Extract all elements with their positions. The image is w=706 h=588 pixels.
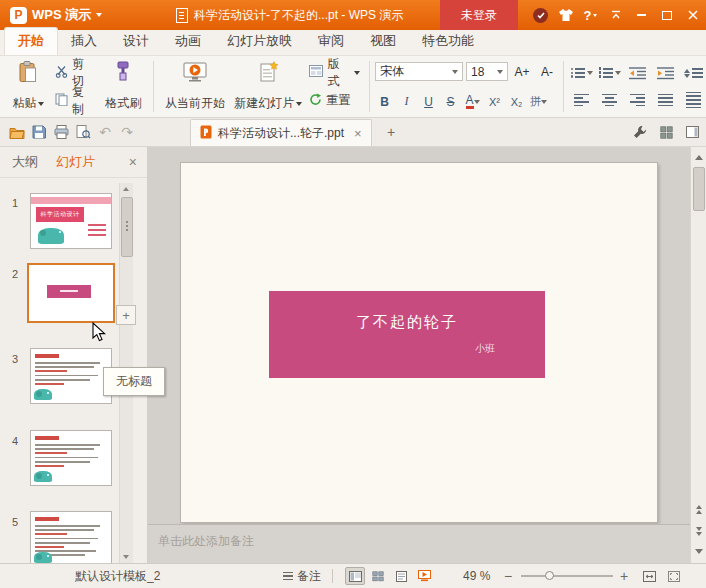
save-icon[interactable] <box>28 121 50 143</box>
tab-review[interactable]: 审阅 <box>305 28 357 55</box>
decrease-indent-button[interactable] <box>625 62 650 84</box>
slideshow-view-button[interactable] <box>414 567 434 585</box>
font-color-button[interactable]: A <box>463 92 482 111</box>
document-icon <box>176 8 188 23</box>
next-slide-button[interactable] <box>691 523 706 539</box>
tab-slides[interactable]: 幻灯片 <box>56 153 95 171</box>
scroll-up-icon[interactable] <box>123 187 129 191</box>
tab-animation[interactable]: 动画 <box>162 28 214 55</box>
toolbox-icon[interactable] <box>629 121 651 143</box>
slide-thumbnail-1[interactable]: 科学活动设计 <box>30 193 112 249</box>
scroll-up-button[interactable] <box>691 149 706 165</box>
align-left-button[interactable] <box>569 89 594 111</box>
font-name-select[interactable]: 宋体 <box>375 62 463 81</box>
zoom-out-button[interactable]: − <box>504 564 512 588</box>
align-right-button[interactable] <box>625 89 650 111</box>
phonetic-guide-button[interactable]: 拼 <box>529 92 548 111</box>
previous-slide-button[interactable] <box>691 501 706 517</box>
play-from-current-button[interactable]: 从当前开始 <box>159 59 231 114</box>
vertical-scrollbar[interactable] <box>690 147 706 563</box>
document-tab[interactable]: 科学活动设计...轮子.ppt × <box>190 119 372 146</box>
scroll-down-icon[interactable] <box>123 555 129 559</box>
increase-font-button[interactable]: A+ <box>511 62 533 81</box>
maximize-button[interactable] <box>654 0 680 30</box>
slide-thumbnail-3[interactable] <box>30 348 112 404</box>
scrollbar-thumb[interactable] <box>121 197 133 257</box>
underline-button[interactable]: U <box>419 92 438 111</box>
justify-icon <box>658 94 673 107</box>
scrollbar-thumb[interactable] <box>693 167 705 211</box>
tab-design[interactable]: 设计 <box>110 28 162 55</box>
slide-sorter-view-button[interactable] <box>368 567 388 585</box>
document-tab-close-icon[interactable]: × <box>354 126 362 141</box>
tab-outline[interactable]: 大纲 <box>12 153 38 171</box>
zoom-in-button[interactable]: + <box>620 564 628 588</box>
zoom-slider-thumb[interactable] <box>545 571 554 580</box>
bold-button[interactable]: B <box>375 92 394 111</box>
zoom-slider-track[interactable] <box>521 575 613 577</box>
collapse-ribbon-icon[interactable] <box>603 0 628 30</box>
login-button[interactable]: 未登录 <box>440 0 518 30</box>
subscript-button[interactable]: X₂ <box>507 92 526 111</box>
distribute-button[interactable] <box>681 89 706 111</box>
notes-area[interactable]: 单击此处添加备注 <box>148 524 690 563</box>
add-slide-button[interactable]: + <box>116 305 136 325</box>
tab-home[interactable]: 开始 <box>4 27 58 55</box>
cut-button[interactable]: 剪切 <box>51 62 99 83</box>
slide-title-placeholder[interactable]: 了不起的轮子 小班 <box>269 291 545 378</box>
copy-button[interactable]: 复制 <box>51 90 99 111</box>
help-icon[interactable]: ? <box>578 0 603 30</box>
tab-slideshow[interactable]: 幻灯片放映 <box>214 28 305 55</box>
print-preview-icon[interactable] <box>72 121 94 143</box>
italic-button[interactable]: I <box>397 92 416 111</box>
ribbon: 粘贴 剪切 复制 格式刷 <box>0 56 706 118</box>
format-painter-button[interactable]: 格式刷 <box>99 59 148 114</box>
print-icon[interactable] <box>50 121 72 143</box>
tab-insert[interactable]: 插入 <box>58 28 110 55</box>
reset-button[interactable]: 重置 <box>305 90 364 111</box>
tab-special-features[interactable]: 特色功能 <box>409 28 487 55</box>
slide-thumbnail-4[interactable] <box>30 430 112 486</box>
close-button[interactable] <box>680 0 706 30</box>
strikethrough-button[interactable]: S <box>441 92 460 111</box>
minimize-button[interactable] <box>628 0 654 30</box>
bullet-list-icon <box>570 68 585 77</box>
zoom-slider[interactable] <box>521 564 613 588</box>
quick-access-bar: ↶ ↷ 科学活动设计...轮子.ppt × + <box>0 118 706 147</box>
slide-thumbnail-2-selected[interactable] <box>27 263 115 323</box>
reading-view-button[interactable] <box>391 567 411 585</box>
line-spacing-button[interactable] <box>681 62 706 84</box>
bullet-list-button[interactable] <box>569 62 594 84</box>
fullscreen-button[interactable] <box>668 564 680 588</box>
superscript-button[interactable]: X² <box>485 92 504 111</box>
scroll-down-button[interactable] <box>691 543 706 559</box>
notes-toggle-button[interactable]: 备注 <box>283 564 321 588</box>
panel-close-icon[interactable]: × <box>129 154 137 170</box>
template-name: 默认设计模板_2 <box>75 564 160 588</box>
wps-hotspot-icon[interactable] <box>528 0 553 30</box>
skin-icon[interactable] <box>553 0 578 30</box>
normal-view-button[interactable] <box>345 567 365 585</box>
align-center-button[interactable] <box>597 89 622 111</box>
open-file-icon[interactable] <box>6 121 28 143</box>
increase-indent-button[interactable] <box>653 62 678 84</box>
redo-icon[interactable]: ↷ <box>116 121 138 143</box>
chevron-down-icon <box>593 14 597 17</box>
justify-button[interactable] <box>653 89 678 111</box>
new-slide-button[interactable]: 新建幻灯片 <box>231 59 305 114</box>
paste-button[interactable]: 粘贴 <box>6 59 51 114</box>
numbered-list-button[interactable] <box>597 62 622 84</box>
task-pane-icon[interactable] <box>681 121 703 143</box>
slide-canvas[interactable]: 了不起的轮子 小班 <box>180 162 658 523</box>
elephant-graphic <box>34 552 52 563</box>
decrease-font-button[interactable]: A- <box>536 62 558 81</box>
wps-menu-button[interactable]: P WPS 演示 <box>0 0 112 30</box>
font-size-select[interactable]: 18 <box>466 62 508 81</box>
tab-view[interactable]: 视图 <box>357 28 409 55</box>
layout-button[interactable]: 版式 <box>305 62 364 83</box>
new-document-tab-button[interactable]: + <box>382 123 400 141</box>
window-layout-icon[interactable] <box>655 121 677 143</box>
slide-thumbnail-5[interactable] <box>30 511 112 563</box>
fit-window-button[interactable] <box>643 564 656 588</box>
undo-icon[interactable]: ↶ <box>94 121 116 143</box>
